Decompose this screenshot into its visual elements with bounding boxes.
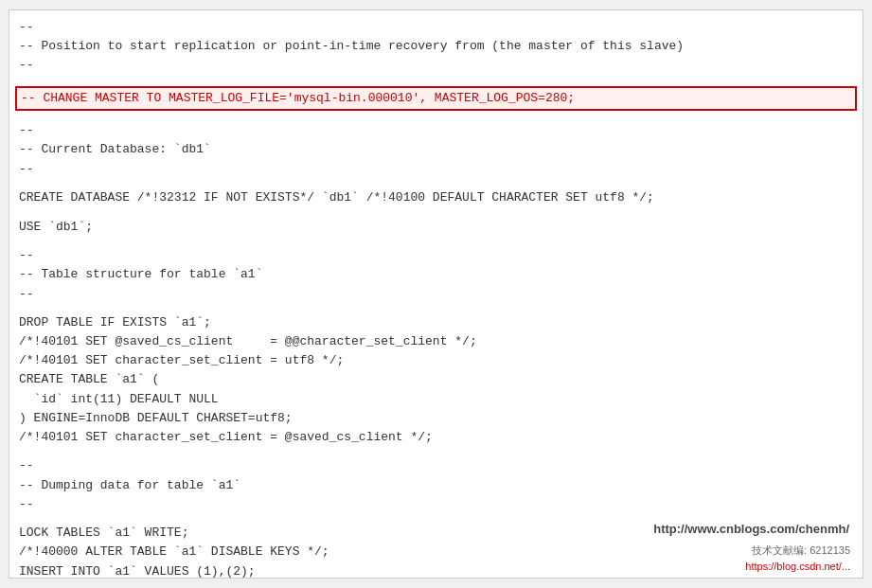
code-line (19, 112, 853, 121)
code-line: USE `db1`; (19, 218, 853, 237)
code-line: INSERT INTO `a1` VALUES (1),(2); (19, 562, 853, 579)
code-line: -- (19, 495, 853, 514)
highlighted-code-line: -- CHANGE MASTER TO MASTER_LOG_FILE='mys… (15, 86, 857, 111)
code-block: ---- Position to start replication or po… (19, 18, 853, 579)
watermark-site: http://www.cnblogs.com/chenmh/ (650, 520, 853, 538)
code-line: ) ENGINE=InnoDB DEFAULT CHARSET=utf8; (19, 409, 853, 428)
code-line: DROP TABLE IF EXISTS `a1`; (19, 313, 853, 332)
code-line: CREATE DATABASE /*!32312 IF NOT EXISTS*/… (19, 188, 853, 207)
code-line: -- (19, 121, 853, 140)
code-line: -- (19, 285, 853, 304)
code-line: -- Table structure for table `a1` (19, 265, 853, 284)
code-line: CREATE TABLE `a1` ( (19, 370, 853, 389)
code-line: /*!40101 SET character_set_client = utf8… (19, 351, 853, 370)
code-line: -- Position to start replication or poin… (19, 37, 853, 56)
code-line: /*!40101 SET character_set_client = @sav… (19, 428, 853, 447)
code-line: -- (19, 246, 853, 265)
code-container: ---- Position to start replication or po… (9, 9, 863, 579)
code-line: `id` int(11) DEFAULT NULL (19, 390, 853, 409)
watermark-stats: 技术文献编: 6212135 (749, 543, 853, 559)
code-line: -- (19, 56, 853, 75)
code-line (19, 75, 853, 84)
code-line: -- Current Database: `db1` (19, 140, 853, 159)
code-line: -- Dumping data for table `a1` (19, 476, 853, 495)
code-line (19, 447, 853, 456)
code-line (19, 237, 853, 246)
code-line: -- (19, 18, 853, 37)
code-line: /*!40000 ALTER TABLE `a1` DISABLE KEYS *… (19, 543, 853, 561)
watermark-link: https://blog.csdn.net/... (742, 560, 853, 573)
code-line (19, 179, 853, 188)
code-line (19, 304, 853, 313)
code-line: /*!40101 SET @saved_cs_client = @@charac… (19, 332, 853, 351)
code-line (19, 207, 853, 217)
code-line: -- (19, 456, 853, 475)
code-line: -- (19, 160, 853, 179)
